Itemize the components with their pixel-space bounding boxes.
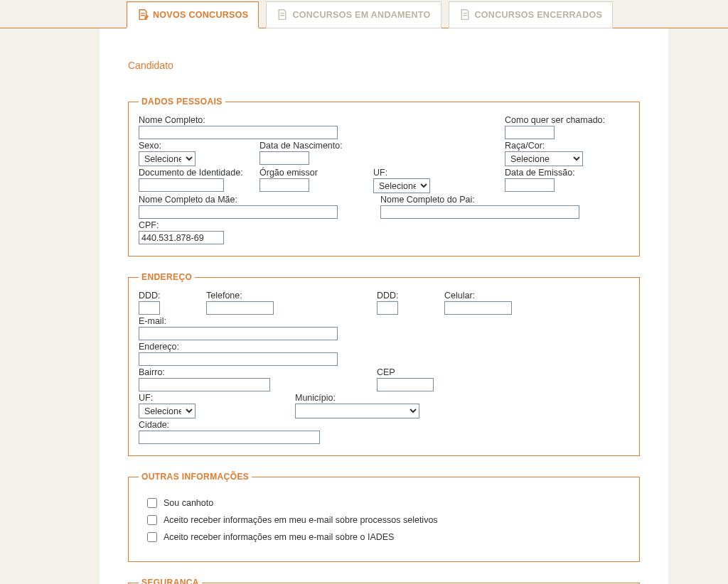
label-sexo: Sexo:: [139, 141, 259, 151]
label-celular: Celular:: [444, 291, 512, 301]
input-nome-pai[interactable]: [380, 205, 579, 219]
input-celular[interactable]: [444, 301, 512, 315]
checkbox-emails-processos[interactable]: [147, 515, 157, 525]
legend-endereco: ENDEREÇO: [139, 272, 195, 282]
label-bairro: Bairro:: [139, 367, 377, 377]
label-endereco: Endereço:: [139, 342, 338, 352]
input-ddd-fixo[interactable]: [139, 301, 160, 315]
tab-novos-concursos[interactable]: NOVOS CONCURSOS: [127, 1, 259, 28]
label-uf-endereco: UF:: [139, 393, 295, 403]
legend-dados-pessoais: DADOS PESSOAIS: [139, 97, 225, 107]
input-nome-completo[interactable]: [139, 126, 338, 139]
legend-outras: OUTRAS INFORMAÇÕES: [139, 472, 252, 482]
checkbox-emails-iades-row[interactable]: Aceito receber informações em meu e-mail…: [144, 530, 623, 544]
fieldset-outras: OUTRAS INFORMAÇÕES Sou canhoto Aceito re…: [128, 472, 640, 562]
label-apelido: Como quer ser chamado:: [505, 115, 629, 125]
input-email[interactable]: [139, 327, 338, 340]
label-nome-pai: Nome Completo do Pai:: [380, 195, 629, 205]
input-cidade[interactable]: [139, 431, 320, 444]
tab-concursos-andamento[interactable]: CONCURSOS EM ANDAMENTO: [266, 1, 441, 28]
tabs-bar: NOVOS CONCURSOS CONCURSOS EM ANDAMENTO C…: [0, 0, 728, 28]
select-raca[interactable]: Selecione: [505, 151, 583, 166]
input-orgao-emissor[interactable]: [259, 178, 309, 192]
checkbox-emails-processos-row[interactable]: Aceito receber informações em meu e-mail…: [144, 513, 623, 527]
label-uf-doc: UF:: [373, 168, 494, 178]
fieldset-seguranca: SEGURANÇA (De 4 a 15 caracteres.) É reco…: [128, 578, 640, 584]
tab-label: CONCURSOS ENCERRADOS: [475, 10, 603, 20]
input-ddd-cel[interactable]: [377, 301, 398, 315]
input-cpf[interactable]: [139, 231, 224, 244]
input-nome-mae[interactable]: [139, 205, 338, 219]
input-doc-identidade[interactable]: [139, 178, 224, 192]
input-data-emissao[interactable]: [505, 178, 555, 192]
label-cep: CEP: [377, 367, 434, 377]
document-icon: [459, 9, 471, 21]
document-icon: [277, 9, 288, 21]
label-email: E-mail:: [139, 316, 338, 326]
label-orgao-emissor: Órgão emissor: [259, 168, 373, 178]
tab-label: CONCURSOS EM ANDAMENTO: [292, 10, 430, 20]
select-sexo[interactable]: Selecione: [139, 151, 196, 166]
label-municipio: Município:: [295, 393, 419, 403]
input-apelido[interactable]: [505, 126, 555, 139]
tab-concursos-encerrados[interactable]: CONCURSOS ENCERRADOS: [449, 1, 614, 28]
checkbox-canhoto[interactable]: [147, 498, 157, 508]
label-raca: Raça/Cor:: [505, 141, 629, 151]
select-uf-doc[interactable]: Selecione: [373, 178, 430, 193]
label-doc-identidade: Documento de Identidade:: [139, 168, 259, 178]
label-cpf: CPF:: [139, 220, 224, 230]
checkbox-canhoto-label: Sou canhoto: [164, 498, 213, 508]
fieldset-endereco: ENDEREÇO DDD: Telefone: DDD: Celular: E-…: [128, 272, 640, 456]
checkbox-emails-iades-label: Aceito receber informações em meu e-mail…: [164, 532, 394, 542]
input-cep[interactable]: [377, 378, 434, 391]
checkbox-canhoto-row[interactable]: Sou canhoto: [144, 496, 623, 510]
label-nome-mae: Nome Completo da Mãe:: [139, 195, 380, 205]
tab-label: NOVOS CONCURSOS: [153, 10, 248, 20]
document-edit-icon: [137, 9, 149, 21]
label-ddd-fixo: DDD:: [139, 291, 206, 301]
select-municipio[interactable]: [295, 404, 419, 418]
label-data-emissao: Data de Emissão:: [505, 168, 629, 178]
input-telefone[interactable]: [206, 301, 274, 315]
legend-seguranca: SEGURANÇA: [139, 578, 202, 584]
label-cidade: Cidade:: [139, 420, 320, 430]
page-title: Candidato: [128, 60, 640, 71]
checkbox-emails-processos-label: Aceito receber informações em meu e-mail…: [164, 515, 438, 525]
fieldset-dados-pessoais: DADOS PESSOAIS Nome Completo: Como quer …: [128, 97, 640, 256]
checkbox-emails-iades[interactable]: [147, 532, 157, 542]
input-data-nascimento[interactable]: [259, 151, 309, 165]
label-nome: Nome Completo:: [139, 115, 380, 125]
input-bairro[interactable]: [139, 378, 270, 391]
content-card: Candidato DADOS PESSOAIS Nome Completo: …: [100, 28, 668, 584]
label-data-nascimento: Data de Nascimento:: [259, 141, 373, 151]
input-endereco[interactable]: [139, 352, 338, 366]
select-uf-endereco[interactable]: Selecione: [139, 404, 196, 418]
label-ddd-cel: DDD:: [377, 291, 444, 301]
label-telefone: Telefone:: [206, 291, 377, 301]
